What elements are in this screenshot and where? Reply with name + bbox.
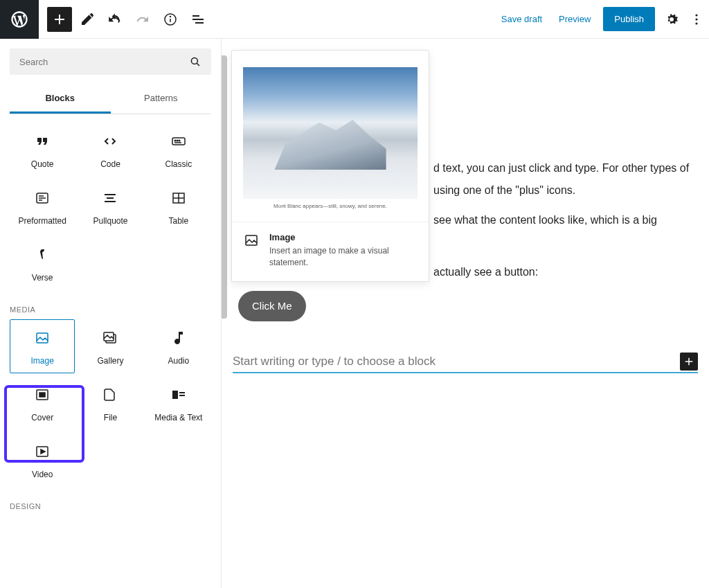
svg-rect-33 xyxy=(246,235,257,245)
svg-rect-19 xyxy=(105,201,116,202)
block-pullquote[interactable]: Pullquote xyxy=(78,179,143,233)
add-block-inline-button[interactable] xyxy=(680,353,698,371)
svg-rect-30 xyxy=(179,395,185,396)
edit-mode-button[interactable] xyxy=(75,7,100,32)
outline-button[interactable] xyxy=(186,7,210,32)
block-classic[interactable]: Classic xyxy=(146,123,211,177)
svg-point-11 xyxy=(179,140,180,141)
preview-caption: Mont Blanc appears—still, snowy, and ser… xyxy=(243,199,418,222)
info-button[interactable] xyxy=(158,7,183,32)
preformatted-icon xyxy=(34,190,51,206)
svg-point-6 xyxy=(191,57,197,64)
svg-point-10 xyxy=(177,140,178,141)
svg-point-5 xyxy=(695,22,697,24)
svg-marker-32 xyxy=(41,449,45,454)
new-block-placeholder[interactable]: Start writing or type / to choose a bloc… xyxy=(233,352,680,371)
image-icon xyxy=(243,232,260,249)
section-design-header: DESIGN xyxy=(10,494,211,516)
verse-icon xyxy=(34,247,51,263)
top-toolbar: Save draft Preview Publish xyxy=(0,0,709,39)
text-blocks-grid: Quote Code Classic Preformatted Pullquot… xyxy=(10,123,211,290)
svg-point-9 xyxy=(174,140,176,141)
editor-canvas[interactable]: Mont Blanc appears—still, snowy, and ser… xyxy=(222,39,709,588)
clickme-button[interactable]: Click Me xyxy=(238,291,306,321)
svg-point-2 xyxy=(170,16,171,17)
block-image[interactable]: Image xyxy=(10,319,75,373)
svg-rect-28 xyxy=(172,391,178,399)
block-verse[interactable]: Verse xyxy=(10,236,75,290)
block-quote[interactable]: Quote xyxy=(10,123,75,177)
video-icon xyxy=(34,443,51,460)
block-search[interactable] xyxy=(10,48,211,75)
svg-rect-18 xyxy=(107,197,114,199)
media-text-icon xyxy=(170,386,187,403)
block-video[interactable]: Video xyxy=(10,433,75,487)
svg-rect-17 xyxy=(105,194,116,195)
table-icon xyxy=(170,190,187,206)
classic-icon xyxy=(170,133,187,150)
block-cover[interactable]: Cover xyxy=(10,376,75,430)
svg-point-4 xyxy=(695,18,697,20)
block-search-input[interactable] xyxy=(19,57,189,67)
block-preformatted[interactable]: Preformatted xyxy=(10,179,75,233)
tab-patterns[interactable]: Patterns xyxy=(111,84,212,114)
block-file[interactable]: File xyxy=(78,376,143,430)
block-code[interactable]: Code xyxy=(78,123,143,177)
pullquote-icon xyxy=(102,190,118,206)
wordpress-logo[interactable] xyxy=(0,0,39,39)
image-icon xyxy=(34,330,51,346)
toolbar-left-group xyxy=(39,7,210,32)
preview-image xyxy=(243,67,418,199)
block-gallery[interactable]: Gallery xyxy=(78,319,143,373)
new-block-appender[interactable]: Start writing or type / to choose a bloc… xyxy=(233,352,698,373)
svg-line-7 xyxy=(197,63,199,66)
preview-button[interactable]: Preview xyxy=(550,8,599,30)
svg-rect-29 xyxy=(179,392,185,393)
preview-description: Insert an image to make a visual stateme… xyxy=(269,245,418,269)
block-inserter-panel: Blocks Patterns Quote Code Classic Prefo… xyxy=(0,39,222,588)
publish-button[interactable]: Publish xyxy=(603,7,655,31)
gallery-icon xyxy=(102,330,118,346)
search-icon xyxy=(189,55,201,68)
add-block-button[interactable] xyxy=(47,7,72,32)
code-icon xyxy=(102,133,118,150)
settings-button[interactable] xyxy=(659,7,684,32)
file-icon xyxy=(102,386,118,403)
section-media-header: MEDIA xyxy=(10,297,211,319)
scrollbar-indicator[interactable] xyxy=(222,55,227,319)
svg-point-3 xyxy=(695,14,697,16)
cover-icon xyxy=(34,386,51,403)
svg-rect-23 xyxy=(37,333,48,343)
block-preview-popover: Mont Blanc appears—still, snowy, and ser… xyxy=(231,50,429,282)
media-blocks-grid: Image Gallery Audio Cover File Media & T… xyxy=(10,319,211,487)
save-draft-button[interactable]: Save draft xyxy=(493,8,550,30)
block-audio[interactable]: Audio xyxy=(146,319,211,373)
block-table[interactable]: Table xyxy=(146,179,211,233)
preview-title: Image xyxy=(269,232,418,242)
audio-icon xyxy=(170,330,187,346)
redo-button[interactable] xyxy=(130,7,155,32)
more-options-button[interactable] xyxy=(684,7,709,32)
tab-blocks[interactable]: Blocks xyxy=(10,84,111,114)
block-media-text[interactable]: Media & Text xyxy=(146,376,211,430)
svg-rect-27 xyxy=(39,393,45,397)
quote-icon xyxy=(34,133,51,150)
inserter-tabs: Blocks Patterns xyxy=(10,84,211,114)
undo-button[interactable] xyxy=(102,7,127,32)
